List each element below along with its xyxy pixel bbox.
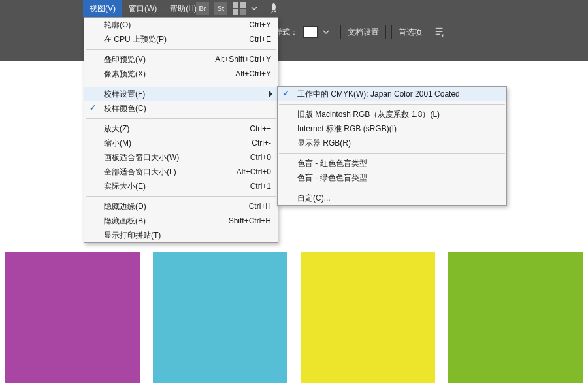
mi-actual-size[interactable]: 实际大小(E)Ctrl+1: [84, 179, 278, 193]
menu-window[interactable]: 窗口(W): [122, 0, 163, 17]
color-swatch-row: [0, 252, 588, 392]
mi-label: 色盲 - 红色色盲类型: [297, 158, 367, 169]
proof-setup-submenu: ✓工作中的 CMYK(W): Japan Color 2001 Coated 旧…: [277, 86, 507, 206]
mi-shortcut: Alt+Ctrl+0: [237, 167, 271, 176]
swatch-yellow: [301, 252, 435, 383]
mi-label: 隐藏边缘(D): [104, 201, 146, 212]
smi-colorblind-red[interactable]: 色盲 - 红色色盲类型: [278, 156, 506, 171]
mi-zoom-out[interactable]: 缩小(M)Ctrl+-: [84, 136, 278, 150]
menu-separator: [279, 188, 505, 188]
mi-label: 缩小(M): [104, 138, 131, 149]
mi-overprint-preview[interactable]: 叠印预览(V)Alt+Shift+Ctrl+Y: [84, 52, 278, 67]
mi-zoom-in[interactable]: 放大(Z)Ctrl++: [84, 122, 278, 136]
divider: [335, 25, 335, 39]
menubar-offscreen-spacer: [0, 0, 83, 17]
mi-label: 全部适合窗口大小(L): [104, 167, 176, 178]
mi-shortcut: Alt+Shift+Ctrl+Y: [215, 55, 271, 64]
menu-separator: [86, 196, 276, 197]
mi-hide-edges[interactable]: 隐藏边缘(D)Ctrl+H: [84, 199, 278, 214]
mi-label: 放大(Z): [104, 123, 129, 135]
checkmark-icon: ✓: [283, 89, 291, 97]
view-menu-dropdown: 轮廓(O)Ctrl+Y 在 CPU 上预览(P)Ctrl+E 叠印预览(V)Al…: [84, 17, 278, 243]
mi-label: 旧版 Macintosh RGB（灰度系数 1.8）(L): [297, 109, 440, 120]
options-bar: 样式： 文档设置 首选项: [274, 22, 445, 42]
smi-working-cmyk[interactable]: ✓工作中的 CMYK(W): Japan Color 2001 Coated: [278, 87, 506, 101]
swatch-magenta: [5, 252, 140, 383]
swatch-cyan: [153, 252, 287, 383]
mi-shortcut: Ctrl+Y: [249, 20, 271, 29]
mi-fit-all[interactable]: 全部适合窗口大小(L)Alt+Ctrl+0: [84, 165, 278, 179]
chevron-down-icon[interactable]: [251, 2, 257, 15]
menu-view[interactable]: 视图(V): [83, 0, 122, 17]
mi-proof-setup[interactable]: 校样设置(F): [84, 87, 278, 101]
rocket-icon[interactable]: [269, 2, 279, 15]
mi-label: 自定(C)...: [297, 193, 331, 204]
mi-label: 像素预览(X): [104, 69, 146, 80]
stock-icon[interactable]: St: [214, 2, 227, 15]
svg-rect-1: [436, 31, 443, 32]
mi-label: 校样颜色(C): [104, 103, 146, 114]
chevron-down-icon[interactable]: [323, 29, 329, 35]
mi-shortcut: Alt+Ctrl+Y: [235, 69, 271, 78]
checkmark-icon: ✓: [90, 103, 97, 111]
smi-custom[interactable]: 自定(C)...: [278, 191, 506, 205]
mi-show-print-tiling[interactable]: 显示打印拼贴(T): [84, 228, 278, 242]
top-icon-group: Br St: [196, 0, 279, 17]
menubar: 视图(V) 窗口(W) 帮助(H): [0, 0, 203, 17]
mi-label: 轮廓(O): [104, 20, 131, 31]
divider: [263, 2, 263, 15]
mi-shortcut: Ctrl++: [250, 124, 271, 133]
mi-label: 在 CPU 上预览(P): [104, 34, 167, 45]
swatch-green: [448, 252, 583, 383]
document-setup-button[interactable]: 文档设置: [340, 25, 386, 39]
mi-shortcut: Ctrl+H: [249, 202, 271, 211]
menu-separator: [279, 104, 505, 105]
menu-separator: [279, 153, 505, 154]
mi-label: 隐藏画板(B): [104, 216, 146, 227]
menu-separator: [86, 118, 276, 119]
mi-label: 显示打印拼贴(T): [104, 230, 161, 241]
mi-hide-artboards[interactable]: 隐藏画板(B)Shift+Ctrl+H: [84, 214, 278, 228]
mi-label: 工作中的 CMYK(W): Japan Color 2001 Coated: [297, 89, 460, 100]
mi-shortcut: Ctrl+-: [252, 139, 271, 148]
mi-cpu-preview[interactable]: 在 CPU 上预览(P)Ctrl+E: [84, 32, 278, 46]
align-panel-icon[interactable]: [434, 25, 445, 39]
mi-shortcut: Shift+Ctrl+H: [229, 216, 271, 225]
mi-label: 实际大小(E): [104, 181, 146, 192]
mi-label: 叠印预览(V): [104, 54, 146, 65]
menu-separator: [86, 49, 276, 50]
mi-outline[interactable]: 轮廓(O)Ctrl+Y: [84, 18, 278, 32]
smi-colorblind-green[interactable]: 色盲 - 绿色色盲类型: [278, 171, 506, 185]
svg-rect-2: [436, 34, 440, 35]
style-swatch[interactable]: [303, 26, 318, 38]
mi-label: 显示器 RGB(R): [297, 138, 351, 149]
mi-label: 校样设置(F): [104, 89, 145, 100]
mi-shortcut: Ctrl+E: [249, 35, 271, 44]
smi-legacy-mac-rgb[interactable]: 旧版 Macintosh RGB（灰度系数 1.8）(L): [278, 107, 506, 122]
menu-separator: [86, 84, 276, 84]
smi-monitor-rgb[interactable]: 显示器 RGB(R): [278, 136, 506, 150]
mi-fit-artboard[interactable]: 画板适合窗口大小(W)Ctrl+0: [84, 150, 278, 165]
mi-label: 色盲 - 绿色色盲类型: [297, 172, 367, 184]
svg-rect-0: [436, 28, 443, 29]
mi-pixel-preview[interactable]: 像素预览(X)Alt+Ctrl+Y: [84, 67, 278, 81]
bridge-icon[interactable]: Br: [196, 2, 209, 15]
smi-internet-srgb[interactable]: Internet 标准 RGB (sRGB)(I): [278, 122, 506, 136]
preferences-button[interactable]: 首选项: [391, 25, 429, 39]
submenu-arrow-icon: [269, 91, 272, 97]
mi-proof-colors[interactable]: ✓校样颜色(C): [84, 101, 278, 116]
mi-shortcut: Ctrl+1: [250, 182, 271, 191]
mi-label: Internet 标准 RGB (sRGB)(I): [297, 123, 397, 135]
arrange-documents-icon[interactable]: [233, 2, 246, 15]
mi-label: 画板适合窗口大小(W): [104, 152, 179, 163]
mi-shortcut: Ctrl+0: [250, 153, 271, 162]
